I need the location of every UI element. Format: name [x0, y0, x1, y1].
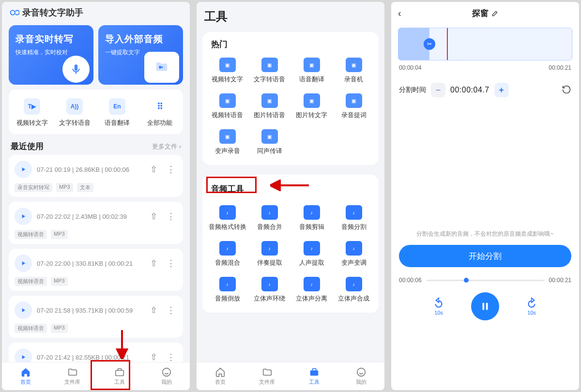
tool-item[interactable]: ▣视频转语音 — [206, 90, 248, 125]
play-button[interactable] — [15, 302, 32, 319]
back-button[interactable]: ‹ — [398, 8, 401, 19]
start-split-button[interactable]: 开始分割 — [399, 245, 571, 267]
tool-item[interactable]: ▣录音提词 — [333, 90, 375, 125]
tool-item[interactable]: ▣文字转语音 — [248, 54, 290, 90]
playhead-cursor[interactable] — [447, 28, 448, 60]
tool-item[interactable]: ▣视频转文字 — [206, 54, 248, 90]
tool-icon: ♪ — [219, 277, 236, 291]
play-button[interactable] — [15, 255, 32, 272]
reset-icon[interactable] — [562, 85, 571, 96]
tab-home[interactable]: 首页 — [197, 362, 244, 390]
tool-label: 人声提取 — [290, 258, 333, 267]
tool-item[interactable]: ♪立体声环绕 — [248, 273, 290, 309]
tool-item[interactable]: ▣录音机 — [333, 54, 375, 90]
tab-library[interactable]: 文件库 — [244, 362, 290, 390]
tool-item[interactable]: ♪音频格式转换 — [206, 201, 248, 237]
tool-icon: ♪ — [346, 205, 362, 220]
tool-item[interactable]: ▣图片转语音 — [248, 90, 290, 125]
tool-item[interactable]: ♪音频剪辑 — [290, 201, 333, 237]
quick-voice-translate[interactable]: En语音翻译 — [96, 98, 138, 127]
tool-icon: ♪ — [261, 205, 278, 220]
folder-icon — [262, 367, 273, 377]
progress-bar[interactable] — [427, 280, 544, 281]
tool-icon: ♪ — [219, 205, 236, 220]
split-time-value: 00:00:04.7 — [450, 86, 489, 94]
play-button[interactable] — [15, 161, 32, 178]
tool-icon: ♪ — [304, 277, 320, 291]
tool-item[interactable]: ♪人声提取 — [290, 237, 333, 273]
forward-icon — [524, 297, 539, 310]
hot-header: 热门 — [206, 39, 375, 54]
tool-icon: ▣ — [304, 93, 320, 108]
progress-thumb[interactable] — [464, 278, 469, 283]
app-title: 录音转文字助手 — [22, 7, 83, 18]
video-text-icon: T▶ — [24, 98, 40, 115]
file-item[interactable]: 07-21 00:19 | 26.86KB | 00:00:06 ⇧ ⋮ 录音实… — [9, 155, 183, 197]
share-icon[interactable]: ⇧ — [147, 164, 160, 175]
tool-label: 立体声分离 — [290, 294, 333, 303]
file-item[interactable]: 07-20 22:00 | 330.81KB | 00:00:21 ⇧ ⋮ 视频… — [9, 249, 183, 291]
card-import-audio[interactable]: 导入外部音频 一键提取文字 — [98, 25, 183, 85]
tool-label: 文字转语音 — [248, 75, 290, 84]
tool-item[interactable]: ♪变声变调 — [333, 237, 375, 273]
tool-label: 视频转语音 — [206, 111, 248, 120]
tab-tools[interactable]: 工具 — [96, 362, 143, 390]
folder-icon — [67, 367, 78, 377]
svg-rect-4 — [310, 370, 318, 376]
folder-arrow-icon — [144, 52, 179, 83]
file-meta: 07-21 00:19 | 26.86KB | 00:00:06 — [37, 166, 142, 173]
tool-item[interactable]: ♪音频合并 — [248, 201, 290, 237]
quick-text-to-speech[interactable]: A))文字转语音 — [53, 98, 96, 127]
tool-item[interactable]: ▣变声录音 — [206, 125, 248, 161]
translate-icon: En — [109, 98, 125, 115]
more-icon[interactable]: ⋮ — [165, 305, 177, 316]
file-meta: 07-20 22:02 | 2.43MB | 00:02:39 — [37, 213, 142, 220]
tool-item[interactable]: ▣语音翻译 — [290, 54, 333, 90]
share-icon[interactable]: ⇧ — [147, 352, 160, 362]
tab-library[interactable]: 文件库 — [49, 362, 96, 390]
more-icon[interactable]: ⋮ — [165, 258, 177, 269]
tool-item[interactable]: ▣同声传译 — [248, 125, 290, 161]
forward-10s-button[interactable]: 10s — [524, 297, 539, 316]
tool-item[interactable]: ♪音频分割 — [333, 201, 375, 237]
tool-item[interactable]: ♪立体声合成 — [333, 273, 375, 309]
scissors-handle-icon[interactable]: ✂ — [424, 38, 435, 50]
tool-icon: ♪ — [346, 277, 362, 291]
tool-item[interactable]: ♪音频倒放 — [206, 273, 248, 309]
tab-mine[interactable]: 我的 — [143, 362, 190, 390]
rewind-10s-button[interactable]: 10s — [431, 297, 446, 316]
more-icon[interactable]: ⋮ — [165, 352, 177, 362]
quick-all-features[interactable]: ⠿全部功能 — [138, 98, 181, 127]
tab-mine[interactable]: 我的 — [337, 362, 384, 390]
pause-button[interactable] — [471, 292, 499, 320]
share-icon[interactable]: ⇧ — [147, 211, 160, 222]
tool-item[interactable]: ▣图片转文字 — [290, 90, 333, 125]
tab-home[interactable]: 首页 — [2, 362, 49, 390]
tool-item[interactable]: ♪伴奏提取 — [248, 237, 290, 273]
file-item[interactable]: 07-20 22:02 | 2.43MB | 00:02:39 ⇧ ⋮ 视频转语… — [9, 202, 183, 244]
edit-icon[interactable] — [491, 10, 498, 17]
play-button[interactable] — [15, 348, 32, 362]
tool-label: 音频混合 — [206, 258, 248, 267]
play-total: 00:00:21 — [549, 277, 571, 284]
file-item[interactable]: 07-20 21:58 | 935.71KB | 00:00:59 ⇧ ⋮ 视频… — [9, 296, 183, 338]
svg-rect-1 — [75, 64, 78, 71]
decrement-button[interactable]: − — [431, 83, 445, 97]
more-files-link[interactable]: 更多文件› — [152, 142, 181, 151]
quick-video-to-text[interactable]: T▶视频转文字 — [11, 98, 53, 127]
share-icon[interactable]: ⇧ — [147, 305, 160, 316]
play-button[interactable] — [15, 208, 32, 225]
rewind-icon — [431, 297, 446, 310]
tool-item[interactable]: ♪音频混合 — [206, 237, 248, 273]
tab-tools[interactable]: 工具 — [290, 362, 337, 390]
time-end: 00:00:21 — [549, 64, 571, 71]
more-icon[interactable]: ⋮ — [165, 164, 177, 175]
file-item[interactable]: 07-20 21:42 | 82.55KB | 00:00:21 ⇧ ⋮ 录音机… — [9, 343, 183, 362]
card-record-realtime[interactable]: 录音实时转写 快速精准，实时校对 — [9, 25, 93, 85]
waveform[interactable]: ✂ — [398, 28, 572, 60]
increment-button[interactable]: + — [494, 83, 509, 97]
share-icon[interactable]: ⇧ — [147, 258, 160, 269]
tool-item[interactable]: ♪立体声分离 — [290, 273, 333, 309]
svg-point-3 — [162, 368, 170, 377]
more-icon[interactable]: ⋮ — [165, 211, 177, 222]
